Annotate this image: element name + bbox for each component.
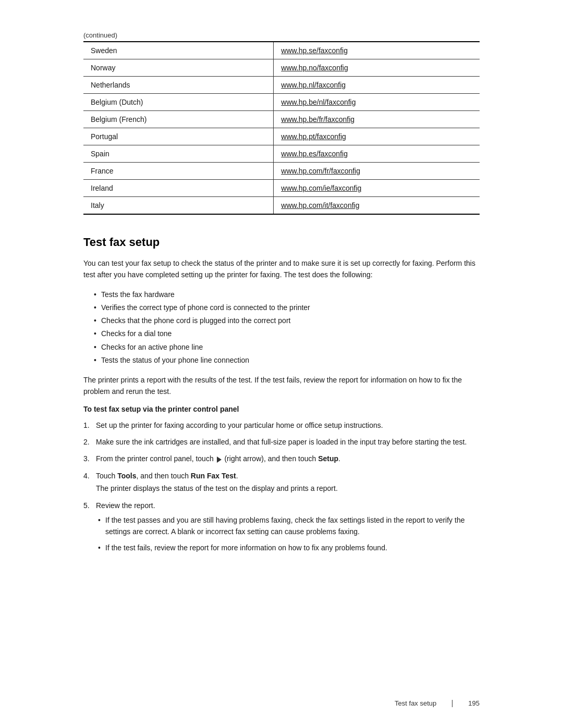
country-cell: Belgium (French): [83, 111, 274, 128]
step-item: Review the report.If the test passes and…: [83, 500, 480, 554]
bullet-item: Checks for a dial tone: [94, 327, 480, 340]
country-cell: Portugal: [83, 128, 274, 145]
country-cell: Belgium (Dutch): [83, 94, 274, 111]
footer-section-name: Test fax setup: [395, 699, 436, 707]
country-cell: Spain: [83, 145, 274, 163]
page: (continued) Swedenwww.hp.se/faxconfigNor…: [0, 0, 563, 728]
step-sub-text: The printer displays the status of the t…: [96, 483, 480, 494]
url-cell[interactable]: www.hp.se/faxconfig: [274, 42, 480, 59]
table-row: Belgium (Dutch)www.hp.be/nl/faxconfig: [83, 94, 480, 111]
table-row: Norwaywww.hp.no/faxconfig: [83, 59, 480, 77]
country-cell: France: [83, 163, 274, 180]
country-cell: Ireland: [83, 180, 274, 197]
page-number: 195: [468, 699, 480, 707]
intro-paragraph: You can test your fax setup to check the…: [83, 257, 480, 281]
url-cell[interactable]: www.hp.com/fr/faxconfig: [274, 163, 480, 180]
table-row: Belgium (French)www.hp.be/fr/faxconfig: [83, 111, 480, 128]
page-footer: Test fax setup 195: [395, 699, 480, 707]
step-item: Make sure the ink cartridges are install…: [83, 436, 480, 448]
section-title: Test fax setup: [83, 236, 480, 249]
bullet-item: Tests the status of your phone line conn…: [94, 354, 480, 367]
country-cell: Sweden: [83, 42, 274, 59]
url-cell[interactable]: www.hp.pt/faxconfig: [274, 128, 480, 145]
bullet-item: Checks that the phone cord is plugged in…: [94, 314, 480, 327]
step-item: From the printer control panel, touch (r…: [83, 453, 480, 464]
step-item: Set up the printer for faxing according …: [83, 419, 480, 431]
url-cell[interactable]: www.hp.es/faxconfig: [274, 145, 480, 163]
url-cell[interactable]: www.hp.com/ie/faxconfig: [274, 180, 480, 197]
table-row: Portugalwww.hp.pt/faxconfig: [83, 128, 480, 145]
table-row: Francewww.hp.com/fr/faxconfig: [83, 163, 480, 180]
url-cell[interactable]: www.hp.be/nl/faxconfig: [274, 94, 480, 111]
bullet-item: Verifies the correct type of phone cord …: [94, 301, 480, 314]
table-row: Irelandwww.hp.com/ie/faxconfig: [83, 180, 480, 197]
procedure-heading: To test fax setup via the printer contro…: [83, 405, 480, 413]
footer-divider: [452, 700, 452, 707]
url-cell[interactable]: www.hp.no/faxconfig: [274, 59, 480, 77]
feature-bullets: Tests the fax hardwareVerifies the corre…: [94, 288, 480, 367]
bullet-item: Tests the fax hardware: [94, 288, 480, 301]
continued-label: (continued): [83, 31, 480, 39]
right-arrow-icon: [217, 456, 222, 463]
country-cell: Netherlands: [83, 77, 274, 94]
sub-bullet-item: If the test fails, review the report for…: [96, 542, 480, 553]
country-cell: Italy: [83, 197, 274, 215]
url-cell[interactable]: www.hp.be/fr/faxconfig: [274, 111, 480, 128]
table-row: Netherlandswww.hp.nl/faxconfig: [83, 77, 480, 94]
steps-list: Set up the printer for faxing according …: [83, 419, 480, 554]
country-fax-table: Swedenwww.hp.se/faxconfigNorwaywww.hp.no…: [83, 41, 480, 215]
step-item: Touch Tools, and then touch Run Fax Test…: [83, 470, 480, 495]
url-cell[interactable]: www.hp.com/it/faxconfig: [274, 197, 480, 215]
country-cell: Norway: [83, 59, 274, 77]
sub-bullet-item: If the test passes and you are still hav…: [96, 514, 480, 538]
url-cell[interactable]: www.hp.nl/faxconfig: [274, 77, 480, 94]
table-row: Spainwww.hp.es/faxconfig: [83, 145, 480, 163]
bullet-item: Checks for an active phone line: [94, 341, 480, 354]
sub-bullet-list: If the test passes and you are still hav…: [96, 514, 480, 553]
table-row: Swedenwww.hp.se/faxconfig: [83, 42, 480, 59]
table-row: Italywww.hp.com/it/faxconfig: [83, 197, 480, 215]
result-paragraph: The printer prints a report with the res…: [83, 374, 480, 398]
